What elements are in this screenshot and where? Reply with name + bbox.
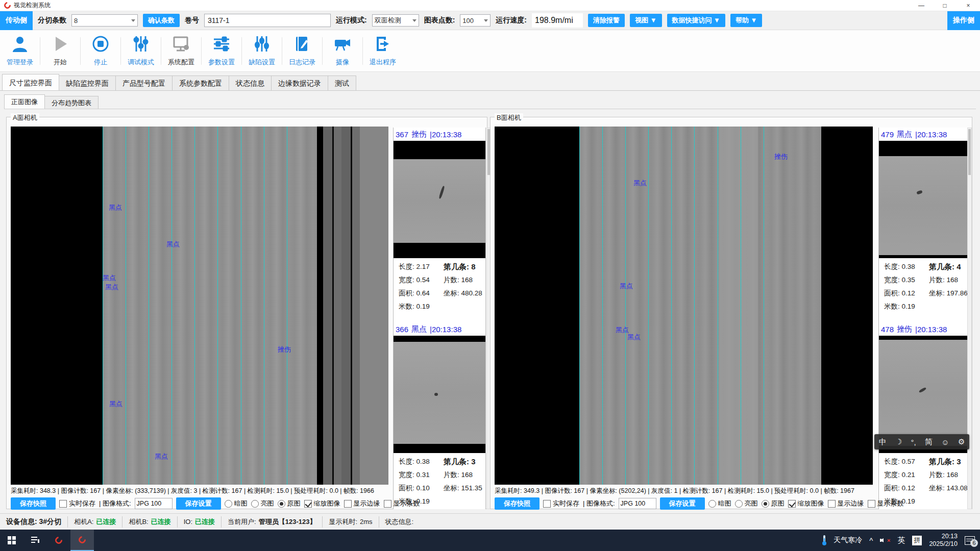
thermometer-icon[interactable] (822, 535, 826, 545)
strip-boundaries (579, 127, 764, 485)
tab-distribution-trend-chart[interactable]: 分布趋势图表 (44, 96, 99, 109)
camera-capture-button[interactable]: 摄像 (323, 33, 362, 69)
clock[interactable]: 20:13 2025/2/10 (929, 533, 958, 548)
defect-header: 366 黑点 |20:13:38 (394, 322, 485, 336)
weather-text[interactable]: 天气寒冷 (834, 536, 862, 545)
confirm-strips-button[interactable]: 确认条数 (143, 14, 180, 27)
save-snapshot-button[interactable]: 保存快照 (11, 497, 56, 510)
tab-status-info[interactable]: 状态信息 (229, 76, 272, 90)
view-menu-button[interactable]: 视图 ▼ (630, 14, 662, 27)
maximize-button[interactable]: □ (933, 0, 957, 11)
system-config-button[interactable]: 系统配置 (161, 33, 201, 69)
original-image-radio[interactable] (278, 500, 285, 508)
help-menu-button[interactable]: 帮助 ▼ (730, 14, 762, 27)
monitor-gear-icon (172, 35, 190, 55)
defect-stats: 长度: 2.17 第几条: 8 宽度: 0.54 片数: 168 面积: 0.6… (394, 258, 485, 315)
tab-front-image[interactable]: 正面图像 (4, 94, 45, 109)
defect-time: |20:13:38 (915, 130, 947, 139)
realtime-save-checkbox[interactable] (543, 500, 551, 508)
tab-edge-data-record[interactable]: 边缘数据记录 (271, 76, 328, 90)
defect-header: 367 挫伤 |20:13:38 (394, 128, 485, 141)
camera-a-title: A面相机 (11, 113, 39, 122)
admin-login-button[interactable]: 管理登录 (0, 33, 40, 69)
camera-b-title: B面相机 (495, 113, 523, 122)
icon-toolbar: 管理登录 开始 停止 调试模式 系统配置 参数设置 缺陷设置 (0, 30, 980, 72)
volume-muted-icon[interactable]: × (880, 536, 890, 544)
chart-points-select[interactable]: 100 (460, 14, 491, 27)
tab-system-param-config[interactable]: 系统参数配置 (172, 76, 229, 90)
ime-chinese-mode[interactable]: 中 (879, 437, 887, 447)
defect-label: 挫伤 (278, 345, 291, 354)
show-strips-checkbox[interactable] (384, 500, 391, 508)
scrollbar[interactable] (967, 128, 972, 509)
running-app-button[interactable] (70, 530, 94, 551)
show-edge-checkbox[interactable] (828, 500, 836, 508)
defect-time: |20:13:38 (915, 325, 947, 334)
image-format-select[interactable]: JPG 100 (135, 498, 173, 509)
save-snapshot-button[interactable]: 保存快照 (495, 497, 540, 510)
tab-test[interactable]: 测试 (328, 76, 356, 90)
operate-side-button[interactable]: 操作侧 (947, 11, 980, 30)
defect-label: 黑点 (633, 179, 647, 188)
image-format-select[interactable]: JPG 100 (619, 498, 656, 509)
ime-simplified-mode[interactable]: 简 (925, 437, 933, 447)
stop-button[interactable]: 停止 (81, 33, 120, 69)
ime-toolbar: 中 ☽ °, 简 ☺ ⚙ (874, 434, 969, 449)
save-settings-button[interactable]: 保存设置 (176, 497, 221, 510)
start-button[interactable]: 开始 (40, 33, 80, 69)
defect-time: |20:13:38 (430, 325, 461, 334)
pinned-app-icon[interactable] (47, 530, 70, 551)
defect-card[interactable]: 479 黑点 |20:13:38 长度: 0.38 第几条: 4 宽度: 0.3… (879, 128, 971, 315)
original-image-radio[interactable] (762, 500, 769, 508)
param-settings-button[interactable]: 参数设置 (202, 33, 241, 69)
tab-defect-monitor[interactable]: 缺陷监控界面 (59, 76, 116, 90)
defect-card[interactable]: 478 挫伤 |20:13:38 长度: 0.57 第几条: 3 宽度: 0.2… (879, 322, 971, 510)
bright-image-radio[interactable] (735, 500, 743, 508)
ime-fullwidth-moon-icon[interactable]: ☽ (895, 437, 902, 446)
ime-emoji-icon[interactable]: ☺ (941, 438, 949, 446)
realtime-save-checkbox[interactable] (59, 500, 67, 508)
camera-a-image: 黑点 黑点 黑点 黑点 挫伤 黑点 黑点 (11, 127, 388, 485)
run-mode-label: 运行模式: (336, 16, 367, 25)
zoom-image-checkbox[interactable] (788, 500, 796, 508)
camera-a-status-line: 采集耗时: 348.3 | 图像计数: 167 | 像素坐标: (333,713… (11, 487, 374, 495)
debug-mode-button[interactable]: 调试模式 (121, 33, 161, 69)
task-view-button[interactable] (23, 530, 47, 551)
app-logo-icon (3, 1, 12, 10)
run-mode-select[interactable]: 双面检测 (372, 14, 419, 27)
defect-settings-button[interactable]: 缺陷设置 (242, 33, 282, 69)
language-indicator[interactable]: 英 (897, 536, 905, 545)
ime-settings-gear-icon[interactable]: ⚙ (958, 437, 965, 446)
exit-program-button[interactable]: 退出程序 (363, 33, 403, 69)
strip-region (360, 127, 388, 485)
data-quick-access-button[interactable]: 数据快捷访问 ▼ (667, 14, 725, 27)
main-tab-bar: 尺寸监控界面 缺陷监控界面 产品型号配置 系统参数配置 状态信息 边缘数据记录 … (0, 72, 980, 91)
date: 2025/2/10 (929, 540, 958, 548)
dark-image-radio[interactable] (225, 500, 232, 508)
dark-image-radio[interactable] (708, 500, 716, 508)
show-edge-checkbox[interactable] (344, 500, 352, 508)
bright-image-radio[interactable] (251, 500, 259, 508)
roll-number-input[interactable]: 3117-1 (204, 14, 331, 27)
clear-alarm-button[interactable]: 清除报警 (588, 14, 625, 27)
tray-expand-chevron[interactable]: ^ (869, 536, 873, 545)
zoom-image-checkbox[interactable] (304, 500, 312, 508)
tab-product-model-config[interactable]: 产品型号配置 (115, 76, 173, 90)
minimize-button[interactable]: — (910, 0, 933, 11)
ime-punctuation-icon[interactable]: °, (911, 438, 916, 446)
windows-taskbar: 天气寒冷 ^ × 英 拼 20:13 2025/2/10 6 (0, 530, 980, 551)
tab-size-monitor[interactable]: 尺寸监控界面 (2, 74, 59, 90)
start-button[interactable] (0, 530, 23, 551)
defect-label: 黑点 (166, 240, 180, 249)
defect-card[interactable]: 366 黑点 |20:13:38 长度: 0.38 第几条: 3 宽度: 0.3… (394, 322, 485, 510)
close-button[interactable]: × (957, 0, 980, 11)
ime-pinyin-indicator[interactable]: 拼 (912, 536, 922, 545)
defect-card[interactable]: 367 挫伤 |20:13:38 长度: 2.17 第几条: 8 宽度: 0.5… (394, 128, 485, 315)
slit-count-select[interactable]: 8 (71, 14, 138, 27)
drive-side-button[interactable]: 传动侧 (0, 11, 33, 30)
save-settings-button[interactable]: 保存设置 (660, 497, 705, 510)
notification-center-icon[interactable]: 6 (965, 536, 975, 545)
camera-b-conn-status: 已连接 (151, 517, 171, 527)
show-strips-checkbox[interactable] (868, 500, 875, 508)
log-record-button[interactable]: 日志记录 (282, 33, 322, 69)
